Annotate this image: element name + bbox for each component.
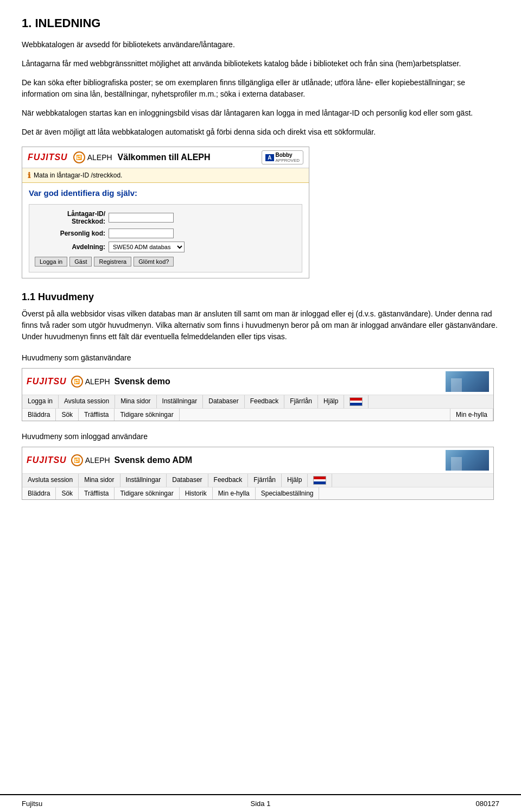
guest-menu-title: Svensk demo: [115, 377, 170, 386]
logged-fujitsu-logo: FUJITSU: [27, 455, 67, 465]
logged-nav2-bladdar[interactable]: Bläddra: [22, 487, 56, 499]
logged-menu-header: FUJITSU 🔁 ALEPH Svensk demo ADM: [22, 447, 493, 474]
bobby-text: Bobby APPROVED: [276, 152, 300, 163]
flag-icon: [350, 397, 363, 406]
registrera-button[interactable]: Registrera: [94, 257, 131, 267]
gast-button[interactable]: Gäst: [69, 257, 92, 267]
welcome-title: Välkommen till ALEPH: [118, 153, 211, 162]
login-buttons: Logga in Gäst Registrera Glömt kod?: [35, 257, 296, 267]
section-1-1-heading: 1.1 Huvudmeny: [22, 291, 499, 303]
guest-menu-row2: Bläddra Sök Träfflista Tidigare sökninga…: [22, 409, 493, 421]
login-form: Låntagar-ID/ Streckkod: Personlig kod: A…: [29, 204, 302, 272]
intro-p4: När webbkatalogen startas kan en inloggn…: [22, 107, 499, 119]
bobby-a: A: [265, 154, 274, 161]
footer-center: Sida 1: [181, 800, 340, 808]
page-heading: 1. INLEDNING: [22, 16, 499, 30]
guest-aleph-logo-icon: 🔁: [71, 376, 83, 388]
logged-menu-row2: Bläddra Sök Träfflista Tidigare sökninga…: [22, 487, 493, 499]
guest-menu-row1: Logga in Avsluta session Mina sidor Inst…: [22, 395, 493, 409]
logged-nav-databaser[interactable]: Databaser: [167, 474, 208, 487]
guest-nav-databaser[interactable]: Databaser: [203, 395, 244, 408]
logged-nav-feedback[interactable]: Feedback: [208, 474, 249, 487]
logged-nav-mina-sidor[interactable]: Mina sidor: [79, 474, 120, 487]
logged-aleph-label: ALEPH: [85, 456, 110, 465]
guest-nav2-min-ehylla[interactable]: Min e-hylla: [450, 409, 493, 421]
form-row-3: Avdelning: SWE50 ADM databas: [35, 242, 296, 252]
intro-p3: De kan söka efter bibliografiska poster;…: [22, 77, 499, 100]
logged-nav2-tidigare[interactable]: Tidigare sökningar: [115, 487, 179, 499]
logged-aleph-logo-icon: 🔁: [71, 454, 83, 466]
form-row-1: Låntagar-ID/ Streckkod:: [35, 210, 296, 225]
info-icon: ℹ: [28, 171, 30, 180]
intro-p2: Låntagarna får med webbgränssnittet möjl…: [22, 58, 499, 69]
logged-nav2-sok[interactable]: Sök: [56, 487, 79, 499]
logged-nav-fjarrlan[interactable]: Fjärrlån: [248, 474, 282, 487]
guest-nav-avsluta[interactable]: Avsluta session: [59, 395, 115, 408]
guest-aleph-label: ALEPH: [85, 377, 110, 386]
logged-menu-row1: Avsluta session Mina sidor Inställningar…: [22, 474, 493, 487]
fujitsu-logo: FUJITSU: [28, 153, 68, 162]
footer-left: Fujitsu: [22, 800, 181, 808]
guest-menu-label: Huvudmeny som gästanvändare: [22, 352, 499, 364]
guest-nav2-empty: [180, 409, 450, 421]
aleph-logo: 🔁 ALEPH: [73, 151, 112, 163]
guest-nav-flag[interactable]: [344, 395, 368, 408]
guest-aleph-logo: 🔁 ALEPH: [71, 376, 110, 388]
intro-p5: Det är även möjligt att låta webbkatalog…: [22, 126, 499, 138]
field2-label: Personlig kod:: [35, 230, 105, 237]
guest-menu-header: FUJITSU 🔁 ALEPH Svensk demo: [22, 369, 493, 395]
info-text: Mata in låntagar-ID /streckkod.: [34, 172, 122, 179]
logga-in-button[interactable]: Logga in: [35, 257, 67, 267]
footer-right: 080127: [340, 800, 499, 808]
field1-label: Låntagar-ID/ Streckkod:: [35, 210, 105, 225]
guest-nav-logga-in[interactable]: Logga in: [22, 395, 59, 408]
aleph-logo-icon: 🔁: [73, 151, 85, 163]
building-image: [446, 371, 489, 392]
logged-aleph-logo: 🔁 ALEPH: [71, 454, 110, 466]
guest-nav2-bladdar[interactable]: Bläddra: [22, 409, 56, 421]
info-bar: ℹ Mata in låntagar-ID /streckkod.: [22, 168, 309, 183]
avdelning-select[interactable]: SWE50 ADM databas: [109, 242, 185, 252]
logged-menu-label: Huvudmeny som inloggad användare: [22, 431, 499, 442]
guest-nav-feedback[interactable]: Feedback: [245, 395, 285, 408]
logged-nav-avsluta[interactable]: Avsluta session: [22, 474, 79, 487]
login-title: Var god identifiera dig själv:: [29, 188, 302, 198]
bobby-name: Bobby: [276, 152, 300, 158]
page-footer: Fujitsu Sida 1 080127: [0, 794, 521, 812]
logged-nav2-min-ehylla[interactable]: Min e-hylla: [213, 487, 256, 499]
guest-nav-installningar[interactable]: Inställningar: [157, 395, 204, 408]
logged-nav-hjalp[interactable]: Hjälp: [282, 474, 308, 487]
bobby-sub: APPROVED: [276, 158, 300, 163]
guest-nav-fjarrlan[interactable]: Fjärrlån: [284, 395, 318, 408]
login-header: FUJITSU 🔁 ALEPH Välkommen till ALEPH A B…: [22, 147, 309, 168]
logged-building-image: [446, 450, 489, 471]
aleph-label: ALEPH: [87, 153, 112, 162]
intro-p1: Webbkatalogen är avsedd för bibliotekets…: [22, 39, 499, 50]
guest-nav2-trafflista[interactable]: Träfflista: [79, 409, 115, 421]
bobby-badge: A Bobby APPROVED: [262, 150, 303, 164]
logged-flag-icon: [313, 476, 326, 485]
logged-nav2-specialbestallning[interactable]: Specialbeställning: [256, 487, 320, 499]
guest-nav-hjalp[interactable]: Hjälp: [318, 395, 344, 408]
logged-nav2-trafflista[interactable]: Träfflista: [79, 487, 115, 499]
guest-fujitsu-logo: FUJITSU: [27, 377, 67, 386]
guest-nav-mina-sidor[interactable]: Mina sidor: [115, 395, 156, 408]
logged-nav-flag[interactable]: [308, 474, 332, 487]
guest-nav2-sok[interactable]: Sök: [56, 409, 79, 421]
glomt-kod-button[interactable]: Glömt kod?: [134, 257, 174, 267]
guest-menu-screenshot: FUJITSU 🔁 ALEPH Svensk demo Logga in Avs…: [22, 368, 494, 421]
guest-nav2-tidigare[interactable]: Tidigare sökningar: [115, 409, 179, 421]
logged-nav-installningar[interactable]: Inställningar: [120, 474, 167, 487]
login-screenshot: FUJITSU 🔁 ALEPH Välkommen till ALEPH A B…: [22, 147, 309, 278]
field2-input[interactable]: [109, 229, 174, 238]
form-row-2: Personlig kod:: [35, 229, 296, 238]
login-body: Var god identifiera dig själv: Låntagar-…: [22, 183, 309, 278]
logged-nav2-historik[interactable]: Historik: [180, 487, 213, 499]
field1-input[interactable]: [109, 213, 174, 223]
logged-menu-title: Svensk demo ADM: [115, 455, 192, 465]
logged-menu-screenshot: FUJITSU 🔁 ALEPH Svensk demo ADM Avsluta …: [22, 447, 494, 500]
section-1-1-p1: Överst på alla webbsidor visas vilken da…: [22, 308, 499, 342]
field3-label: Avdelning:: [35, 243, 105, 251]
